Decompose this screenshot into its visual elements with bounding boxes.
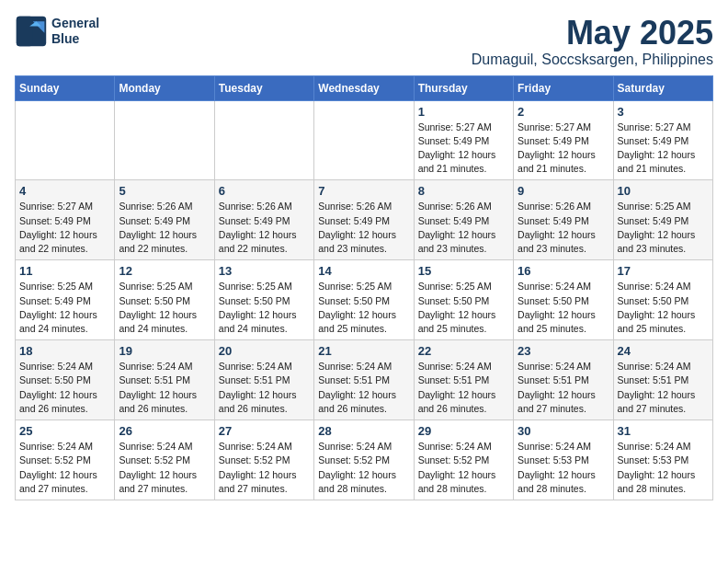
- logo-icon: [15, 15, 48, 48]
- calendar-cell: 18Sunrise: 5:24 AMSunset: 5:50 PMDayligh…: [16, 340, 115, 420]
- day-number: 20: [219, 344, 310, 358]
- day-info: Sunrise: 5:24 AMSunset: 5:53 PMDaylight:…: [518, 440, 609, 496]
- day-number: 23: [518, 344, 609, 358]
- day-number: 18: [19, 344, 110, 358]
- calendar-cell: 9Sunrise: 5:26 AMSunset: 5:49 PMDaylight…: [514, 180, 613, 260]
- calendar-cell: 5Sunrise: 5:26 AMSunset: 5:49 PMDaylight…: [115, 180, 214, 260]
- calendar-table: SundayMondayTuesdayWednesdayThursdayFrid…: [15, 75, 713, 500]
- day-info: Sunrise: 5:24 AMSunset: 5:51 PMDaylight:…: [518, 360, 609, 416]
- day-number: 2: [518, 105, 609, 119]
- calendar-cell: 21Sunrise: 5:24 AMSunset: 5:51 PMDayligh…: [314, 340, 414, 420]
- day-info: Sunrise: 5:26 AMSunset: 5:49 PMDaylight:…: [418, 200, 509, 256]
- calendar-cell: [314, 100, 414, 180]
- day-number: 30: [518, 424, 609, 438]
- day-number: 19: [119, 344, 210, 358]
- calendar-week-row: 1Sunrise: 5:27 AMSunset: 5:49 PMDaylight…: [16, 100, 713, 180]
- calendar-cell: 11Sunrise: 5:25 AMSunset: 5:49 PMDayligh…: [16, 260, 115, 340]
- weekday-header-cell: Monday: [115, 75, 214, 100]
- day-info: Sunrise: 5:26 AMSunset: 5:49 PMDaylight:…: [518, 200, 609, 256]
- calendar-week-row: 4Sunrise: 5:27 AMSunset: 5:49 PMDaylight…: [16, 180, 713, 260]
- day-info: Sunrise: 5:25 AMSunset: 5:50 PMDaylight:…: [219, 280, 310, 336]
- day-info: Sunrise: 5:24 AMSunset: 5:52 PMDaylight:…: [119, 440, 210, 496]
- calendar-cell: 14Sunrise: 5:25 AMSunset: 5:50 PMDayligh…: [314, 260, 414, 340]
- day-info: Sunrise: 5:27 AMSunset: 5:49 PMDaylight:…: [418, 121, 509, 177]
- day-number: 26: [119, 424, 210, 438]
- weekday-header-cell: Saturday: [613, 75, 712, 100]
- day-info: Sunrise: 5:24 AMSunset: 5:52 PMDaylight:…: [318, 440, 409, 496]
- weekday-header-cell: Thursday: [414, 75, 513, 100]
- calendar-cell: [214, 100, 313, 180]
- day-info: Sunrise: 5:26 AMSunset: 5:49 PMDaylight:…: [219, 200, 310, 256]
- logo-text: General Blue: [51, 16, 99, 47]
- day-info: Sunrise: 5:24 AMSunset: 5:52 PMDaylight:…: [219, 440, 310, 496]
- calendar-cell: 16Sunrise: 5:24 AMSunset: 5:50 PMDayligh…: [514, 260, 613, 340]
- day-number: 8: [418, 184, 509, 198]
- calendar-cell: 22Sunrise: 5:24 AMSunset: 5:51 PMDayligh…: [414, 340, 513, 420]
- day-number: 9: [518, 184, 609, 198]
- calendar-cell: [16, 100, 115, 180]
- day-info: Sunrise: 5:24 AMSunset: 5:50 PMDaylight:…: [618, 280, 709, 336]
- weekday-header-cell: Sunday: [16, 75, 115, 100]
- calendar-week-row: 11Sunrise: 5:25 AMSunset: 5:49 PMDayligh…: [16, 260, 713, 340]
- calendar-cell: 29Sunrise: 5:24 AMSunset: 5:52 PMDayligh…: [414, 420, 513, 500]
- day-number: 14: [318, 264, 409, 278]
- weekday-header-row: SundayMondayTuesdayWednesdayThursdayFrid…: [16, 75, 713, 100]
- day-number: 13: [219, 264, 310, 278]
- day-number: 12: [119, 264, 210, 278]
- day-info: Sunrise: 5:25 AMSunset: 5:49 PMDaylight:…: [19, 280, 110, 336]
- title-area: May 2025 Dumaguil, Soccsksargen, Philipp…: [472, 15, 713, 68]
- day-number: 31: [618, 424, 709, 438]
- calendar-cell: 4Sunrise: 5:27 AMSunset: 5:49 PMDaylight…: [16, 180, 115, 260]
- day-number: 15: [418, 264, 509, 278]
- calendar-cell: 10Sunrise: 5:25 AMSunset: 5:49 PMDayligh…: [613, 180, 712, 260]
- calendar-cell: 3Sunrise: 5:27 AMSunset: 5:49 PMDaylight…: [613, 100, 712, 180]
- day-number: 5: [119, 184, 210, 198]
- day-info: Sunrise: 5:24 AMSunset: 5:52 PMDaylight:…: [418, 440, 509, 496]
- day-number: 6: [219, 184, 310, 198]
- day-number: 7: [318, 184, 409, 198]
- calendar-week-row: 18Sunrise: 5:24 AMSunset: 5:50 PMDayligh…: [16, 340, 713, 420]
- day-info: Sunrise: 5:25 AMSunset: 5:50 PMDaylight:…: [418, 280, 509, 336]
- calendar-cell: 1Sunrise: 5:27 AMSunset: 5:49 PMDaylight…: [414, 100, 513, 180]
- calendar-cell: 30Sunrise: 5:24 AMSunset: 5:53 PMDayligh…: [514, 420, 613, 500]
- day-number: 3: [618, 105, 709, 119]
- day-info: Sunrise: 5:24 AMSunset: 5:51 PMDaylight:…: [219, 360, 310, 416]
- day-number: 11: [19, 264, 110, 278]
- day-info: Sunrise: 5:24 AMSunset: 5:50 PMDaylight:…: [19, 360, 110, 416]
- calendar-week-row: 25Sunrise: 5:24 AMSunset: 5:52 PMDayligh…: [16, 420, 713, 500]
- calendar-cell: 26Sunrise: 5:24 AMSunset: 5:52 PMDayligh…: [115, 420, 214, 500]
- calendar-cell: 23Sunrise: 5:24 AMSunset: 5:51 PMDayligh…: [514, 340, 613, 420]
- calendar-cell: 12Sunrise: 5:25 AMSunset: 5:50 PMDayligh…: [115, 260, 214, 340]
- day-number: 10: [618, 184, 709, 198]
- calendar-cell: 13Sunrise: 5:25 AMSunset: 5:50 PMDayligh…: [214, 260, 313, 340]
- day-info: Sunrise: 5:26 AMSunset: 5:49 PMDaylight:…: [318, 200, 409, 256]
- day-info: Sunrise: 5:27 AMSunset: 5:49 PMDaylight:…: [618, 121, 709, 177]
- day-number: 4: [19, 184, 110, 198]
- day-number: 28: [318, 424, 409, 438]
- calendar-cell: 24Sunrise: 5:24 AMSunset: 5:51 PMDayligh…: [613, 340, 712, 420]
- day-number: 25: [19, 424, 110, 438]
- calendar-cell: 7Sunrise: 5:26 AMSunset: 5:49 PMDaylight…: [314, 180, 414, 260]
- day-number: 17: [618, 264, 709, 278]
- day-info: Sunrise: 5:24 AMSunset: 5:51 PMDaylight:…: [618, 360, 709, 416]
- calendar-cell: [115, 100, 214, 180]
- day-number: 1: [418, 105, 509, 119]
- day-info: Sunrise: 5:24 AMSunset: 5:51 PMDaylight:…: [318, 360, 409, 416]
- day-info: Sunrise: 5:26 AMSunset: 5:49 PMDaylight:…: [119, 200, 210, 256]
- calendar-cell: 6Sunrise: 5:26 AMSunset: 5:49 PMDaylight…: [214, 180, 313, 260]
- weekday-header-cell: Tuesday: [214, 75, 313, 100]
- day-info: Sunrise: 5:25 AMSunset: 5:50 PMDaylight:…: [318, 280, 409, 336]
- calendar-body: 1Sunrise: 5:27 AMSunset: 5:49 PMDaylight…: [16, 100, 713, 500]
- day-number: 27: [219, 424, 310, 438]
- day-info: Sunrise: 5:25 AMSunset: 5:49 PMDaylight:…: [618, 200, 709, 256]
- calendar-cell: 19Sunrise: 5:24 AMSunset: 5:51 PMDayligh…: [115, 340, 214, 420]
- day-info: Sunrise: 5:24 AMSunset: 5:51 PMDaylight:…: [418, 360, 509, 416]
- day-info: Sunrise: 5:24 AMSunset: 5:52 PMDaylight:…: [19, 440, 110, 496]
- calendar-cell: 25Sunrise: 5:24 AMSunset: 5:52 PMDayligh…: [16, 420, 115, 500]
- calendar-cell: 17Sunrise: 5:24 AMSunset: 5:50 PMDayligh…: [613, 260, 712, 340]
- svg-rect-2: [17, 17, 33, 46]
- calendar-cell: 27Sunrise: 5:24 AMSunset: 5:52 PMDayligh…: [214, 420, 313, 500]
- month-title: May 2025: [472, 15, 713, 52]
- calendar-cell: 31Sunrise: 5:24 AMSunset: 5:53 PMDayligh…: [613, 420, 712, 500]
- calendar-cell: 15Sunrise: 5:25 AMSunset: 5:50 PMDayligh…: [414, 260, 513, 340]
